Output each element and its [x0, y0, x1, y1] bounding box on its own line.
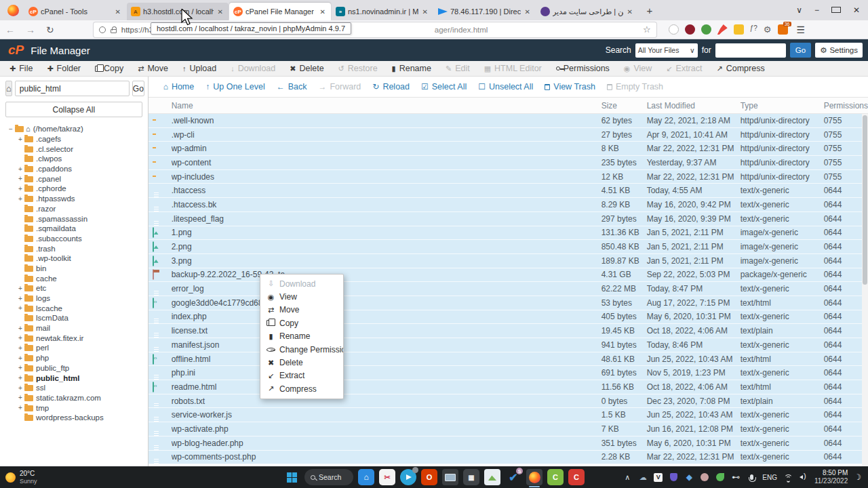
- telegram-icon[interactable]: [400, 469, 416, 485]
- tree-item-public-ftp[interactable]: +public_ftp: [16, 363, 148, 373]
- context-compress[interactable]: ↗Compress: [260, 382, 343, 395]
- expand-icon[interactable]: +: [16, 185, 24, 192]
- nav-reload[interactable]: ↻Reload: [372, 82, 410, 92]
- expand-icon[interactable]: +: [16, 364, 24, 371]
- browser-forward-icon[interactable]: →: [20, 24, 41, 35]
- context-extract[interactable]: ↙Extract: [260, 369, 343, 382]
- file-row-service-worker-js[interactable]: service-worker.js1.5 KBJun 25, 2022, 10:…: [149, 408, 868, 422]
- nav-home[interactable]: ⌂Home: [163, 82, 195, 92]
- tree-item-php[interactable]: +php: [16, 353, 148, 363]
- file-row-2-png[interactable]: 2.png850.48 KBJan 5, 2021, 2:11 PMimage/…: [149, 240, 868, 254]
- toolbar-rename[interactable]: ▮Rename: [392, 64, 431, 73]
- file-row-license-txt[interactable]: license.txt19.45 KBOct 18, 2022, 4:06 AM…: [149, 324, 868, 338]
- browser-back-icon[interactable]: ←: [0, 24, 20, 35]
- health-app-icon[interactable]: [700, 473, 709, 481]
- nav-up-one-level[interactable]: ↑Up One Level: [205, 82, 264, 92]
- column-name[interactable]: Name: [172, 101, 601, 110]
- nav-select-all[interactable]: ☑Select All: [421, 82, 467, 92]
- language-indicator[interactable]: ENG: [762, 474, 777, 481]
- tree-item-logs[interactable]: +logs: [16, 293, 148, 304]
- tree-item-lscmdata[interactable]: lscmData: [16, 313, 148, 323]
- tree-item--cagefs[interactable]: +.cagefs: [16, 134, 148, 144]
- browser-tab-cpanel-tools[interactable]: cPcPanel - Tools✕: [24, 3, 126, 20]
- tab-list-dropdown-icon[interactable]: ∨: [792, 5, 806, 15]
- tree-item-ssl[interactable]: +ssl: [16, 383, 148, 393]
- tree-item--cpanel[interactable]: +.cpanel: [16, 174, 148, 184]
- expand-icon[interactable]: +: [16, 354, 24, 362]
- extension-green-icon[interactable]: [701, 24, 711, 35]
- store-app-icon[interactable]: ⌂: [358, 469, 374, 485]
- file-row-error-log[interactable]: error_log62.22 MBToday, 8:47 PMtext/x-ge…: [149, 282, 868, 296]
- expand-icon[interactable]: +: [16, 344, 24, 352]
- expand-icon[interactable]: +: [16, 384, 24, 392]
- context-change-permissions[interactable]: Change Permissions: [260, 343, 343, 356]
- tree-item-tmp[interactable]: +tmp: [16, 403, 148, 413]
- tree-item--subaccounts[interactable]: .subaccounts: [16, 234, 148, 244]
- column-permissions[interactable]: Permissions: [824, 101, 868, 110]
- volume-icon[interactable]: [799, 474, 808, 481]
- expand-icon[interactable]: +: [16, 374, 24, 382]
- extension-yellow-icon[interactable]: [734, 24, 744, 35]
- file-row-wp-content[interactable]: wp-content235 bytesYesterday, 9:37 AMhtt…: [149, 156, 868, 170]
- toolbar-upload[interactable]: ↑Upload: [182, 64, 216, 73]
- tree-item--cphorde[interactable]: +.cphorde: [16, 184, 148, 194]
- path-input[interactable]: [15, 81, 130, 96]
- dropbox-icon[interactable]: ◆: [684, 472, 694, 482]
- file-row-wp-admin[interactable]: wp-admin8 KBMar 22, 2022, 12:31 PMhttpd/…: [149, 142, 868, 156]
- v-app-icon[interactable]: V: [654, 473, 663, 482]
- tree-item--clwpos[interactable]: .clwpos: [16, 154, 148, 164]
- file-row--htaccess[interactable]: .htaccess4.51 KBToday, 4:55 AMtext/x-gen…: [149, 184, 868, 198]
- file-row-1-png[interactable]: 1.png131.36 KBJan 5, 2021, 2:11 PMimage/…: [149, 226, 868, 241]
- verify-icon[interactable]: ✔S: [505, 469, 521, 485]
- cloud-app-icon[interactable]: ☁: [638, 473, 648, 482]
- file-row--htaccess-bk[interactable]: .htaccess.bk8.29 KBMay 16, 2020, 9:42 PM…: [149, 198, 868, 212]
- tree-item-static-takrazm-com[interactable]: +static.takrazm.com: [16, 393, 148, 403]
- tree-item--cpaddons[interactable]: +.cpaddons: [16, 164, 148, 174]
- tree-item-perl[interactable]: +perl: [16, 343, 148, 353]
- scrollbar-thumb[interactable]: [863, 115, 867, 285]
- office-icon[interactable]: O: [421, 469, 437, 485]
- extension-gear-icon[interactable]: ⚙: [764, 24, 772, 35]
- file-row-php-ini[interactable]: php.ini691 bytesNov 5, 2019, 1:23 PMtext…: [149, 366, 868, 380]
- file-row-3-png[interactable]: 3.png189.87 KBJan 5, 2021, 2:11 PMimage/…: [149, 254, 868, 268]
- tree-item-mail[interactable]: +mail: [16, 323, 148, 333]
- taskbar-search[interactable]: Search: [304, 469, 353, 485]
- file-row-readme-html[interactable]: readme.html11.56 KBOct 18, 2022, 4:06 AM…: [149, 380, 868, 394]
- search-scope-select[interactable]: All Your Files ∨: [635, 43, 698, 58]
- browser-tab--[interactable]: نوین ادمین | طراحی سایت مدیر✕: [536, 3, 638, 20]
- expand-icon[interactable]: +: [16, 165, 24, 173]
- toolbar-copy[interactable]: Copy: [95, 64, 123, 73]
- new-tab-button[interactable]: +: [642, 2, 658, 18]
- context-move[interactable]: ⇄Move: [260, 304, 343, 317]
- expand-icon[interactable]: +: [16, 136, 24, 143]
- browser-menu-icon[interactable]: ☰: [797, 24, 806, 35]
- tree-item-etc[interactable]: +etc: [16, 283, 148, 293]
- search-go-button[interactable]: Go: [790, 43, 811, 58]
- browser-tab-h3-hostdl-com-localhost-[interactable]: Ah3.hostdl.com / localhost / tak✕: [127, 3, 229, 20]
- toolbar-delete[interactable]: ✖Delete: [290, 64, 323, 73]
- expand-icon[interactable]: +: [16, 195, 24, 203]
- context-copy[interactable]: Copy: [260, 317, 343, 329]
- search-input[interactable]: [715, 43, 786, 58]
- browser-tab-cpanel-file-manager-v3[interactable]: cPcPanel File Manager v3✕: [229, 3, 331, 20]
- snipping-tool-icon[interactable]: ✂: [379, 469, 395, 485]
- security-shield-icon[interactable]: [669, 473, 678, 481]
- browser-reload-icon[interactable]: ↻: [41, 24, 60, 35]
- calculator-icon[interactable]: ▦: [463, 469, 479, 485]
- file-row--wp-cli[interactable]: .wp-cli27 bytesApr 9, 2021, 10:41 AMhttp…: [149, 128, 868, 142]
- tab-close-icon[interactable]: ✕: [216, 8, 224, 16]
- column-type[interactable]: Type: [741, 101, 824, 110]
- microphone-icon[interactable]: [747, 474, 756, 480]
- tree-item-public-html[interactable]: +public_html: [16, 373, 148, 383]
- tree-item-newtak-fitex-ir[interactable]: +newtak.fitex.ir: [16, 333, 148, 343]
- weather-widget[interactable]: 20°C Sunny: [5, 470, 87, 485]
- extension-picker-icon[interactable]: [717, 24, 728, 35]
- tree-item--sqmaildata[interactable]: .sqmaildata: [16, 224, 148, 234]
- extension-script-icon[interactable]: ƒ?: [750, 24, 757, 35]
- tab-close-icon[interactable]: ✕: [626, 8, 634, 16]
- expand-icon[interactable]: +: [16, 394, 24, 401]
- nav-unselect-all[interactable]: ☐Unselect All: [478, 82, 533, 92]
- nav-view-trash[interactable]: View Trash: [545, 82, 595, 92]
- toolbar-move[interactable]: ⇄Move: [138, 64, 168, 73]
- camtasia-icon[interactable]: C: [547, 469, 564, 485]
